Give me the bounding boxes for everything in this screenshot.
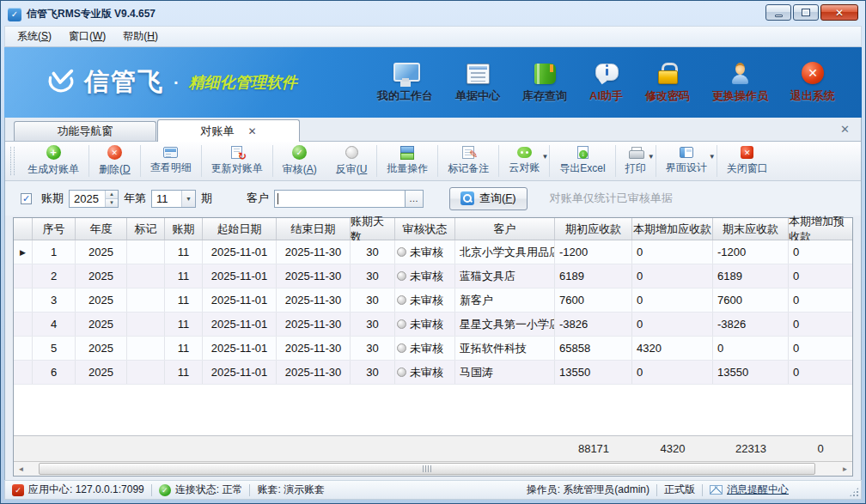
table-row[interactable]: 3 2025 11 2025-11-01 2025-11-30 30 未审核 新… [14, 288, 852, 313]
table-row[interactable]: 6 2025 11 2025-11-01 2025-11-30 30 未审核 马… [14, 361, 852, 385]
cell-days: 30 [351, 288, 395, 312]
customer-input[interactable] [274, 190, 405, 208]
batch-operation-button[interactable]: 批量操作 [377, 142, 437, 180]
table-row[interactable]: 2 2025 11 2025-11-01 2025-11-30 30 未审核 蓝… [14, 264, 852, 288]
header-end-date[interactable]: 结束日期 [277, 218, 351, 240]
row-selector-cell[interactable] [14, 288, 33, 312]
header-days[interactable]: 账期天数 [351, 218, 395, 240]
header-year[interactable]: 年度 [76, 218, 127, 240]
customer-browse-button[interactable]: … [405, 190, 424, 208]
toolbar-grip[interactable] [10, 147, 15, 175]
menu-window[interactable]: 窗口(W) [60, 26, 114, 47]
minimize-button[interactable] [765, 4, 791, 21]
cell-customer: 星星文具第一小学店 [455, 313, 555, 336]
cell-audit-status: 未审核 [395, 240, 455, 264]
print-button[interactable]: 打印 ▼ [616, 142, 656, 180]
app-logo-icon [8, 8, 21, 21]
period-checkbox-label: 账期 [41, 191, 64, 206]
header-period[interactable]: 账期 [165, 218, 203, 240]
nav-my-workspace[interactable]: 我的工作台 [366, 59, 444, 107]
cell-year: 2025 [76, 313, 127, 336]
close-window-button[interactable]: 关闭窗口 [717, 142, 778, 180]
close-button[interactable] [820, 4, 858, 21]
resize-grip[interactable] [849, 487, 859, 497]
button-label: 关闭窗口 [727, 161, 768, 176]
scrollbar-grip-icon [423, 465, 432, 472]
view-detail-button[interactable]: 查看明细 [141, 142, 201, 180]
table-row[interactable]: 5 2025 11 2025-11-01 2025-11-30 30 未审核 亚… [14, 337, 852, 361]
brand-slogan: 精细化管理软件 [189, 72, 297, 93]
tab-label: 功能导航窗 [58, 124, 113, 139]
generate-statement-button[interactable]: 生成对账单 [18, 142, 88, 180]
horizontal-scrollbar[interactable]: ◄ ► [14, 461, 852, 476]
spin-up-icon[interactable]: ▲ [106, 191, 118, 198]
period-checkbox[interactable]: ✓ [21, 193, 32, 204]
status-text: 未审核 [410, 293, 443, 308]
header-seq[interactable]: 序号 [33, 218, 76, 240]
status-separator [151, 484, 152, 496]
year-spinner[interactable]: 2025 ▲▼ [69, 190, 119, 208]
message-center-link[interactable]: 消息提醒中心 [710, 483, 789, 497]
dropdown-arrow-icon[interactable]: ▼ [709, 153, 716, 161]
nav-label: 单据中心 [455, 88, 500, 104]
cell-customer: 新客户 [455, 288, 555, 312]
export-excel-button[interactable]: 导出Excel [550, 142, 614, 180]
row-selector-cell[interactable] [14, 361, 33, 384]
spin-down-icon[interactable]: ▼ [106, 198, 118, 207]
tab-close-icon[interactable] [247, 126, 256, 137]
cell-days: 30 [351, 361, 395, 384]
row-selector-cell[interactable]: ▶ [14, 240, 33, 264]
maximize-button[interactable] [793, 4, 819, 21]
scrollbar-thumb[interactable] [39, 463, 815, 475]
nav-inventory-query[interactable]: 库存查询 [511, 60, 578, 107]
scrollbar-track[interactable] [28, 462, 838, 476]
table-row[interactable]: 4 2025 11 2025-11-01 2025-11-30 30 未审核 星… [14, 313, 852, 337]
row-selector-cell[interactable] [14, 264, 33, 288]
nav-exit-system[interactable]: 退出系统 [779, 58, 846, 107]
button-label: 更新对账单 [211, 161, 263, 176]
header-increase-prereceive[interactable]: 本期增加预收款 [789, 218, 852, 240]
header-start-date[interactable]: 起始日期 [203, 218, 277, 240]
scroll-left-icon[interactable]: ◄ [14, 462, 28, 476]
cell-audit-status: 未审核 [395, 313, 455, 336]
audit-button[interactable]: 审核(A) [273, 142, 326, 180]
select-arrow-icon[interactable]: ▼ [181, 191, 195, 207]
ui-design-button[interactable]: 界面设计 ▼ [656, 142, 717, 180]
tab-function-navigator[interactable]: 功能导航窗 [14, 121, 156, 141]
tab-statement[interactable]: 对账单 [157, 119, 300, 142]
search-magnifier-icon [460, 191, 474, 205]
query-button[interactable]: 查询(F) [449, 187, 528, 210]
pane-close-icon[interactable] [840, 124, 850, 135]
update-statement-button[interactable]: 更新对账单 [202, 142, 272, 180]
header-customer[interactable]: 客户 [455, 218, 555, 240]
header-mark[interactable]: 标记 [127, 218, 165, 240]
year-value: 2025 [70, 191, 105, 207]
cell-days: 30 [351, 337, 395, 360]
period-select[interactable]: 11 ▼ [151, 190, 196, 208]
status-separator [702, 484, 703, 496]
nav-ai-assistant[interactable]: AI助手 [578, 60, 634, 107]
delete-button[interactable]: 删除(D [89, 142, 140, 180]
nav-switch-operator[interactable]: 更换操作员 [701, 59, 779, 107]
table-row[interactable]: ▶ 1 2025 11 2025-11-01 2025-11-30 30 未审核… [14, 240, 852, 264]
menu-system[interactable]: 系统(S) [9, 26, 60, 47]
mark-remark-button[interactable]: 标记备注 [438, 142, 498, 180]
row-selector-cell[interactable] [14, 337, 33, 360]
cloud-reconcile-button[interactable]: 云对账 ▼ [499, 142, 549, 180]
cell-days: 30 [351, 264, 395, 288]
row-selector-cell[interactable] [14, 313, 33, 336]
dropdown-arrow-icon[interactable]: ▼ [648, 153, 655, 161]
nav-document-center[interactable]: 单据中心 [444, 60, 511, 107]
scroll-right-icon[interactable]: ► [838, 462, 852, 476]
dropdown-arrow-icon[interactable]: ▼ [541, 153, 548, 161]
menu-help[interactable]: 帮助(H) [114, 26, 167, 47]
header-audit-status[interactable]: 审核状态 [395, 218, 455, 240]
header-begin-receivable[interactable]: 期初应收款 [555, 218, 632, 240]
nav-change-password[interactable]: 修改密码 [634, 59, 701, 107]
unaudit-button[interactable]: 反审(U [326, 142, 377, 180]
note-pencil-icon [462, 146, 474, 159]
grid-empty-area [14, 385, 852, 435]
nav-label: 修改密码 [645, 88, 690, 104]
header-increase-receivable[interactable]: 本期增加应收款 [632, 218, 713, 240]
header-end-receivable[interactable]: 期末应收款 [713, 218, 789, 240]
